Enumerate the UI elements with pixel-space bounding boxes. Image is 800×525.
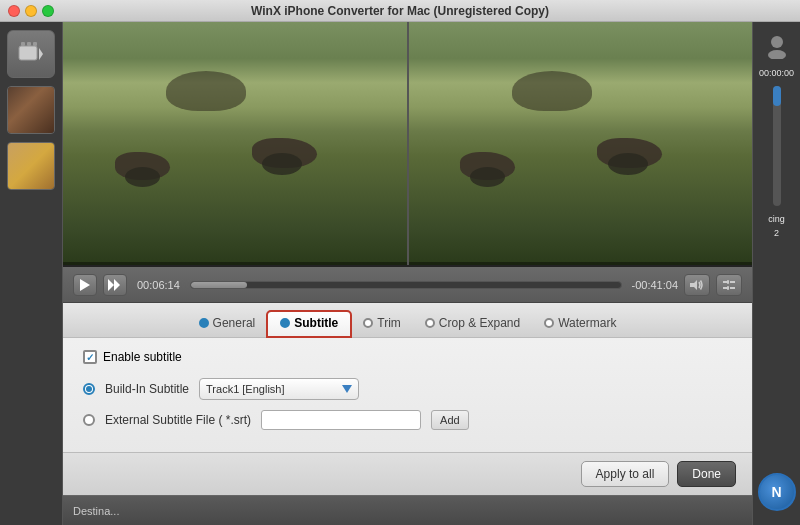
thumb-image-1: [8, 87, 54, 133]
bottom-row: Apply to all Done: [63, 452, 752, 495]
time-remaining: -00:41:04: [632, 279, 678, 291]
buildin-radio[interactable]: [83, 383, 95, 395]
controls-bar: 00:06:14 -00:41:04: [63, 267, 752, 303]
svg-marker-6: [108, 279, 114, 291]
svg-rect-14: [727, 286, 729, 290]
fast-forward-icon: [108, 279, 122, 291]
video-panel-right: [409, 22, 753, 265]
done-button[interactable]: Done: [677, 461, 736, 487]
frame-bar-left: [63, 262, 407, 265]
svg-marker-1: [39, 48, 43, 60]
thumb-image-2: [8, 143, 54, 189]
left-sidebar: [0, 22, 63, 525]
svg-point-16: [771, 36, 783, 48]
destination-bar: Destina...: [63, 495, 752, 525]
settings-button[interactable]: [716, 274, 742, 296]
svg-rect-13: [727, 280, 729, 284]
external-label: External Subtitle File ( *.srt): [105, 413, 251, 427]
minimize-button[interactable]: [25, 5, 37, 17]
traffic-lights: [8, 5, 54, 17]
time-elapsed: 00:06:14: [137, 279, 180, 291]
tab-general[interactable]: General: [187, 312, 268, 336]
center-panel: 00:06:14 -00:41:04: [63, 22, 752, 525]
enable-row: Enable subtitle: [83, 350, 732, 364]
tab-trim-label: Trim: [377, 316, 401, 330]
close-button[interactable]: [8, 5, 20, 17]
tabs-row: General Subtitle Trim Crop & Expand Wate…: [63, 311, 752, 337]
video-panel-left: [63, 22, 407, 265]
svg-rect-4: [33, 42, 37, 46]
progress-bar[interactable]: [190, 281, 622, 289]
user-icon: [764, 33, 790, 59]
volume-button[interactable]: [684, 274, 710, 296]
tab-subtitle-label: Subtitle: [294, 316, 338, 330]
maximize-button[interactable]: [42, 5, 54, 17]
person-icon: [759, 28, 795, 64]
buildin-row: Build-In Subtitle Track1 [English]: [83, 378, 732, 400]
destination-label: Destina...: [73, 505, 119, 517]
tab-subtitle[interactable]: Subtitle: [267, 311, 351, 337]
tab-watermark-radio: [544, 318, 554, 328]
fast-forward-button[interactable]: [103, 274, 127, 296]
side-time-display: 00:00:00: [759, 68, 794, 78]
tab-general-label: General: [213, 316, 256, 330]
svg-rect-3: [27, 42, 31, 46]
progress-fill: [191, 282, 247, 288]
sidebar-video-btn[interactable]: [7, 30, 55, 78]
spacing-value: 2: [774, 228, 779, 238]
play-button[interactable]: [73, 274, 97, 296]
svg-marker-5: [80, 279, 90, 291]
time-slider[interactable]: [773, 86, 781, 206]
external-file-input[interactable]: [261, 410, 421, 430]
svg-rect-10: [730, 281, 735, 283]
external-row: External Subtitle File ( *.srt) Add: [83, 410, 732, 430]
right-side-panel: 00:00:00 cing 2 N: [752, 22, 800, 525]
tab-crop-radio: [425, 318, 435, 328]
apply-all-button[interactable]: Apply to all: [581, 461, 670, 487]
app-body: 00:06:14 -00:41:04: [0, 22, 800, 525]
tab-trim-radio: [363, 318, 373, 328]
sidebar-thumb-2[interactable]: [7, 142, 55, 190]
tab-watermark[interactable]: Watermark: [532, 312, 628, 336]
frame-bar-right: [409, 262, 753, 265]
video-icon: [17, 40, 45, 68]
settings-panel: Enable subtitle Build-In Subtitle Track1…: [63, 338, 752, 452]
enable-subtitle-label: Enable subtitle: [103, 350, 182, 364]
settings-icon: [722, 279, 736, 291]
track-value: Track1 [English]: [206, 383, 284, 395]
action-circle[interactable]: N: [758, 473, 796, 511]
tab-trim[interactable]: Trim: [351, 312, 413, 336]
play-icon: [80, 279, 90, 291]
spacing-label: cing: [768, 214, 785, 224]
buildin-label: Build-In Subtitle: [105, 382, 189, 396]
svg-point-17: [768, 50, 786, 59]
svg-rect-12: [730, 287, 735, 289]
svg-marker-7: [114, 279, 120, 291]
tab-crop-expand[interactable]: Crop & Expand: [413, 312, 532, 336]
svg-marker-8: [690, 280, 697, 290]
tab-watermark-label: Watermark: [558, 316, 616, 330]
svg-rect-0: [19, 46, 37, 60]
circle-label: N: [771, 484, 781, 500]
tab-general-radio: [199, 318, 209, 328]
video-area: [63, 22, 752, 267]
enable-subtitle-checkbox[interactable]: [83, 350, 97, 364]
app-title: WinX iPhone Converter for Mac (Unregiste…: [251, 4, 549, 18]
volume-icon: [690, 279, 704, 291]
slider-thumb: [773, 86, 781, 106]
tab-crop-label: Crop & Expand: [439, 316, 520, 330]
track-select[interactable]: Track1 [English]: [199, 378, 359, 400]
titlebar: WinX iPhone Converter for Mac (Unregiste…: [0, 0, 800, 22]
sidebar-thumb-1[interactable]: [7, 86, 55, 134]
svg-rect-2: [21, 42, 25, 46]
external-radio[interactable]: [83, 414, 95, 426]
add-button[interactable]: Add: [431, 410, 469, 430]
tab-subtitle-radio: [280, 318, 290, 328]
chevron-down-icon: [342, 385, 352, 393]
svg-marker-15: [342, 385, 352, 393]
tabs-panel: General Subtitle Trim Crop & Expand Wate…: [63, 303, 752, 338]
